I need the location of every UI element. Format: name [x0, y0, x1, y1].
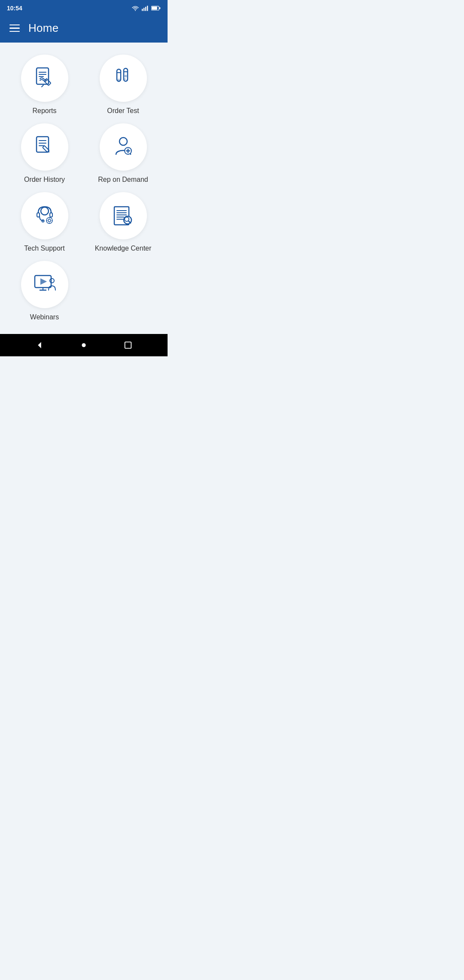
- order-test-icon: [111, 66, 136, 91]
- svg-rect-1: [143, 8, 144, 11]
- svg-rect-3: [147, 6, 148, 11]
- svg-point-55: [82, 343, 85, 347]
- status-time: 10:54: [7, 5, 22, 12]
- webinars-label: Webinars: [30, 313, 59, 321]
- menu-item-order-history[interactable]: Order History: [9, 123, 80, 184]
- header: Home: [0, 15, 168, 43]
- tech-support-icon-circle: [21, 192, 68, 239]
- svg-marker-50: [41, 279, 46, 284]
- menu-button[interactable]: [8, 23, 21, 34]
- svg-rect-5: [152, 6, 157, 9]
- svg-point-30: [41, 207, 49, 215]
- hamburger-line-1: [9, 24, 20, 26]
- rep-on-demand-label: Rep on Demand: [98, 176, 148, 184]
- order-history-label: Order History: [24, 176, 65, 184]
- knowledge-center-icon: [111, 203, 136, 228]
- menu-item-webinars[interactable]: Webinars: [9, 261, 80, 321]
- status-bar: 10:54: [0, 0, 168, 15]
- knowledge-center-label: Knowledge Center: [95, 245, 152, 252]
- svg-rect-56: [125, 342, 131, 349]
- tech-support-label: Tech Support: [24, 245, 64, 252]
- svg-rect-6: [159, 7, 160, 9]
- reports-label: Reports: [32, 107, 56, 115]
- menu-item-knowledge-center[interactable]: Knowledge Center: [87, 192, 159, 252]
- order-test-label: Order Test: [107, 107, 139, 115]
- svg-rect-0: [142, 9, 143, 11]
- svg-rect-32: [50, 213, 52, 217]
- menu-item-reports[interactable]: Reports: [9, 55, 80, 115]
- svg-rect-21: [37, 137, 49, 152]
- rep-on-demand-icon: [111, 135, 136, 159]
- back-button[interactable]: [31, 337, 48, 354]
- reports-icon: [32, 66, 57, 91]
- reports-icon-circle: [21, 55, 68, 102]
- knowledge-center-icon-circle: [100, 192, 147, 239]
- order-history-icon-circle: [21, 123, 68, 171]
- menu-item-order-test[interactable]: Order Test: [87, 55, 159, 115]
- tech-support-icon: [32, 203, 57, 228]
- rep-on-demand-icon-circle: [100, 123, 147, 171]
- order-history-icon: [32, 135, 57, 159]
- menu-item-tech-support[interactable]: Tech Support: [9, 192, 80, 252]
- svg-point-26: [119, 138, 127, 145]
- svg-point-18: [124, 75, 127, 77]
- svg-point-53: [50, 279, 54, 283]
- recent-icon: [123, 340, 133, 350]
- home-icon: [79, 340, 89, 350]
- svg-marker-54: [38, 342, 41, 349]
- menu-item-rep-on-demand[interactable]: Rep on Demand: [87, 123, 159, 184]
- wifi-icon: [131, 5, 139, 11]
- menu-grid: Reports Order Test: [9, 55, 159, 321]
- svg-point-34: [46, 217, 52, 224]
- status-icons: [131, 5, 161, 11]
- signal-icon: [142, 5, 149, 11]
- order-test-icon-circle: [100, 55, 147, 102]
- svg-point-20: [126, 80, 127, 80]
- back-icon: [35, 340, 44, 350]
- webinars-icon-circle: [21, 261, 68, 308]
- svg-line-12: [42, 85, 43, 87]
- main-content: Reports Order Test: [0, 43, 168, 334]
- battery-icon: [151, 6, 161, 11]
- svg-point-15: [117, 79, 120, 82]
- svg-rect-2: [145, 7, 146, 11]
- recent-button[interactable]: [119, 337, 137, 354]
- page-title: Home: [28, 21, 59, 35]
- hamburger-line-3: [9, 31, 20, 32]
- nav-bar: [0, 334, 168, 356]
- webinars-icon: [32, 272, 57, 297]
- home-button[interactable]: [75, 337, 92, 354]
- hamburger-line-2: [9, 28, 20, 29]
- svg-point-19: [124, 79, 125, 80]
